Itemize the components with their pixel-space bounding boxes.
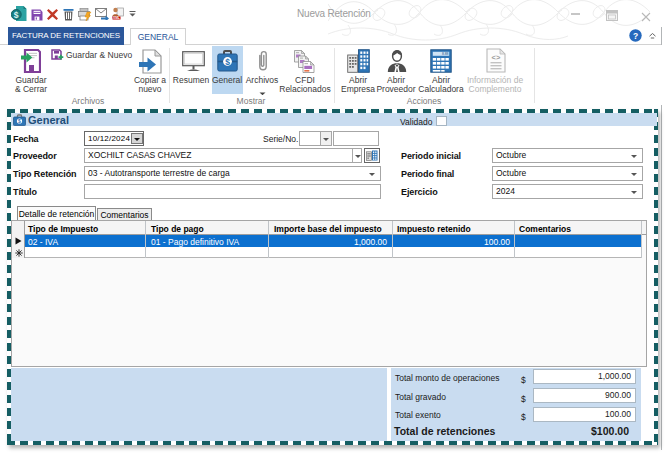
- svg-text:XML: XML: [113, 16, 120, 20]
- svg-text:<>: <>: [492, 53, 501, 62]
- svg-text:?: ?: [633, 31, 638, 41]
- svg-text:$: $: [18, 118, 21, 124]
- svg-text:8.88: 8.88: [442, 52, 449, 56]
- svg-text:$: $: [14, 10, 19, 20]
- svg-text:$: $: [225, 57, 230, 67]
